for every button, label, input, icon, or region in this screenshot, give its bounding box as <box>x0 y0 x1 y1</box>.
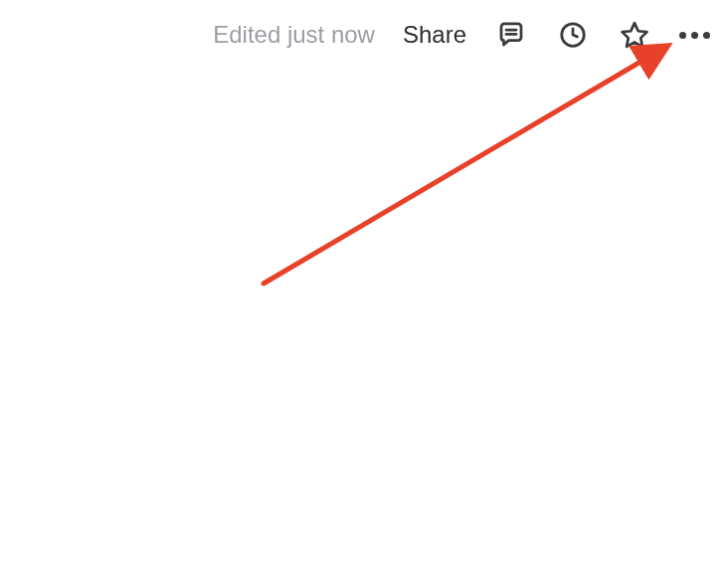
annotation-arrow <box>0 0 728 565</box>
edit-status: Edited just now <box>213 21 375 49</box>
star-icon[interactable] <box>618 18 651 52</box>
history-icon[interactable] <box>556 18 590 52</box>
share-button[interactable]: Share <box>403 21 466 49</box>
toolbar: Edited just now Share <box>213 18 710 52</box>
svg-marker-3 <box>623 23 647 47</box>
comments-icon[interactable] <box>494 18 528 52</box>
svg-line-5 <box>264 48 664 283</box>
more-options-icon[interactable] <box>679 32 710 39</box>
